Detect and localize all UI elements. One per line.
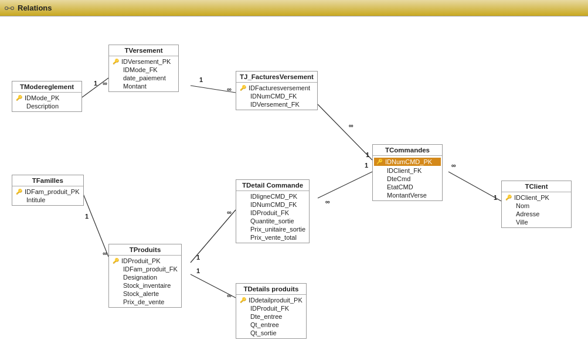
field-row: Designation xyxy=(111,273,179,281)
field-row: 🔑IDFacturesversement xyxy=(239,84,315,92)
field-row: 🔑IDFam_produit_PK xyxy=(15,188,81,196)
field-name: IDProduit_FK xyxy=(250,305,289,312)
table-fields-tclient: 🔑IDClient_PKNomAdresseVille xyxy=(502,192,571,227)
title-bar-text: Relations xyxy=(18,4,52,12)
table-fields-tjfacturesversement: 🔑IDFacturesversementIDNumCMD_FKIDVerseme… xyxy=(236,83,317,110)
field-name: Qt_sortie xyxy=(250,329,277,336)
field-name: IDProduit_PK xyxy=(121,257,161,264)
svg-point-1 xyxy=(11,6,14,9)
table-tversement: TVersement🔑IDVersement_PKIDMode_FKdate_p… xyxy=(108,45,179,92)
canvas: 1 ∞ 1 ∞ ∞ 1 ∞ 1 ∞ 1 1 ∞ 1 ∞ 1 ∞ TModereg… xyxy=(0,16,588,364)
key-icon: 🔑 xyxy=(113,258,119,264)
field-name: Qt_entree xyxy=(250,321,279,328)
field-name: Designation xyxy=(123,274,157,281)
field-name: DteCmd xyxy=(387,175,410,182)
field-name: Prix_vente_total xyxy=(250,234,297,241)
table-fields-tproduits: 🔑IDProduit_PKIDFam_produit_FKDesignation… xyxy=(109,256,181,307)
field-row: IDProduit_FK xyxy=(239,304,304,312)
field-name: IDdetailproduit_PK xyxy=(249,297,303,304)
svg-text:1: 1 xyxy=(196,254,200,261)
table-tfamilles: TFamilles🔑IDFam_produit_PKIntitule xyxy=(12,175,84,206)
svg-line-15 xyxy=(448,172,501,201)
key-icon: 🔑 xyxy=(240,297,246,303)
title-bar: Relations xyxy=(0,0,588,16)
key-icon: 🔑 xyxy=(505,195,512,200)
field-name: IDFacturesversement xyxy=(249,84,310,91)
field-row: IDNumCMD_FK xyxy=(239,200,307,209)
field-row: IDligneCMD_PK xyxy=(239,192,307,200)
table-header-tmodereglement: TModereglement xyxy=(12,81,81,93)
table-fields-tfamilles: 🔑IDFam_produit_PKIntitule xyxy=(12,186,83,205)
table-header-tfamilles: TFamilles xyxy=(12,175,83,186)
field-name: Intitule xyxy=(26,196,45,203)
field-name: IDClient_PK xyxy=(514,194,549,201)
svg-text:∞: ∞ xyxy=(103,250,107,257)
field-name: IDMode_FK xyxy=(123,66,158,73)
field-row: Qt_sortie xyxy=(239,329,304,337)
field-row: Description xyxy=(15,102,79,110)
svg-text:∞: ∞ xyxy=(227,86,232,93)
field-row: date_paiement xyxy=(111,74,176,82)
field-name: Prix_unitaire_sortie xyxy=(250,226,305,233)
svg-text:1: 1 xyxy=(94,80,97,87)
field-row: 🔑IDVersement_PK xyxy=(111,57,176,66)
field-row: Ville xyxy=(504,218,569,226)
field-row: 🔑IDNumCMD_PK xyxy=(374,158,441,166)
field-name: Quantite_sortie xyxy=(250,217,294,224)
field-row: Prix_vente_total xyxy=(239,233,307,241)
table-tmodereglement: TModereglement🔑IDMode_PKDescription xyxy=(12,81,82,112)
table-tdetailsproduits: TDetails produits🔑IDdetailproduit_PKIDPr… xyxy=(236,283,307,339)
svg-text:∞: ∞ xyxy=(451,162,456,169)
field-row: Adresse xyxy=(504,210,569,218)
key-icon: 🔑 xyxy=(240,85,246,91)
svg-text:∞: ∞ xyxy=(103,80,107,87)
svg-text:∞: ∞ xyxy=(227,209,232,216)
svg-text:∞: ∞ xyxy=(349,122,354,129)
field-name: Stock_inventaire xyxy=(123,282,171,289)
table-header-tcommandes: TCommandes xyxy=(373,145,442,156)
svg-text:∞: ∞ xyxy=(325,198,330,205)
field-row: DteCmd xyxy=(375,175,440,183)
field-name: IDFam_produit_PK xyxy=(25,188,80,195)
field-name: Description xyxy=(26,103,59,110)
svg-point-0 xyxy=(5,6,8,9)
svg-text:1: 1 xyxy=(199,76,203,83)
field-row: Nom xyxy=(504,202,569,210)
table-tdetailcommande: TDetail CommandeIDligneCMD_PKIDNumCMD_FK… xyxy=(236,179,310,243)
field-row: IDNumCMD_FK xyxy=(239,92,315,100)
field-row: Prix_unitaire_sortie xyxy=(239,225,307,233)
table-tclient: TClient🔑IDClient_PKNomAdresseVille xyxy=(501,181,572,228)
field-name: Nom xyxy=(516,202,529,209)
field-row: IDClient_FK xyxy=(375,166,440,175)
svg-text:∞: ∞ xyxy=(227,292,232,299)
field-row: Prix_de_vente xyxy=(111,298,179,306)
field-name: IDNumCMD_PK xyxy=(385,158,432,165)
table-fields-tcommandes: 🔑IDNumCMD_PKIDClient_FKDteCmdEtatCMDMont… xyxy=(373,156,442,200)
table-fields-tversement: 🔑IDVersement_PKIDMode_FKdate_paiementMon… xyxy=(109,56,178,91)
field-row: IDProduit_FK xyxy=(239,209,307,217)
key-icon: 🔑 xyxy=(16,95,22,101)
field-row: Intitule xyxy=(15,196,81,204)
svg-line-9 xyxy=(318,104,372,160)
svg-text:1: 1 xyxy=(366,151,369,158)
key-icon: 🔑 xyxy=(113,59,119,64)
field-row: 🔑IDMode_PK xyxy=(15,94,79,102)
field-row: 🔑IDClient_PK xyxy=(504,193,569,202)
svg-line-24 xyxy=(191,274,236,298)
svg-text:1: 1 xyxy=(494,194,497,201)
field-row: Stock_alerte xyxy=(111,290,179,298)
table-tjfacturesversement: TJ_FacturesVersement🔑IDFacturesversement… xyxy=(236,71,318,110)
field-name: MontantVerse xyxy=(387,192,427,199)
svg-line-12 xyxy=(318,172,372,198)
svg-text:1: 1 xyxy=(196,267,200,274)
svg-text:1: 1 xyxy=(85,213,89,220)
field-name: Stock_alerte xyxy=(123,290,159,297)
field-name: EtatCMD xyxy=(387,183,413,190)
table-header-tproduits: TProduits xyxy=(109,244,181,256)
table-fields-tdetailcommande: IDligneCMD_PKIDNumCMD_FKIDProduit_FKQuan… xyxy=(236,191,309,243)
field-row: 🔑IDProduit_PK xyxy=(111,257,179,265)
field-row: Montant xyxy=(111,82,176,90)
field-name: IDProduit_FK xyxy=(250,209,289,216)
field-name: date_paiement xyxy=(123,74,166,81)
table-header-tclient: TClient xyxy=(502,181,571,192)
